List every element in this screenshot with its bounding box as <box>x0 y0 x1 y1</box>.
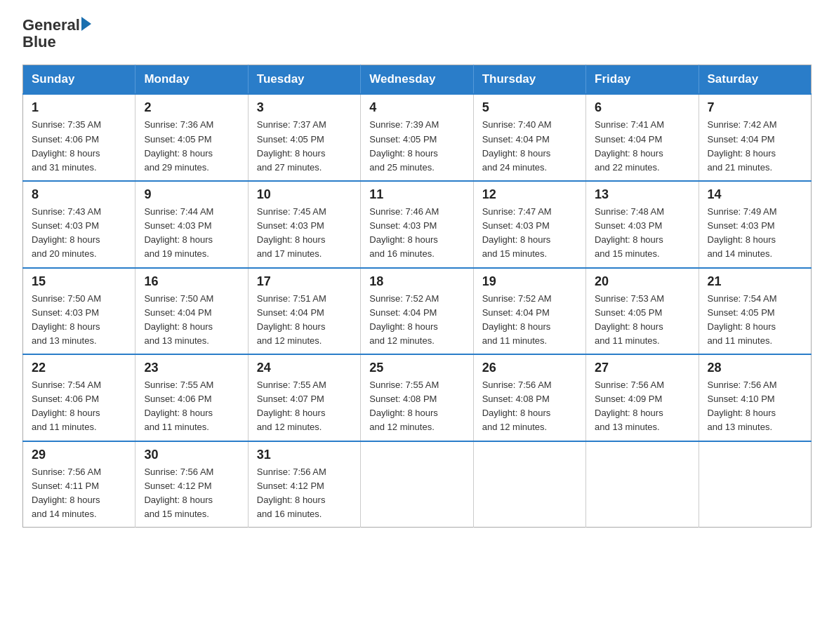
day-info: Sunrise: 7:43 AMSunset: 4:03 PMDaylight:… <box>32 205 126 262</box>
day-info: Sunrise: 7:55 AMSunset: 4:06 PMDaylight:… <box>144 378 239 435</box>
calendar-cell: 18Sunrise: 7:52 AMSunset: 4:04 PMDayligh… <box>361 268 473 355</box>
day-info: Sunrise: 7:48 AMSunset: 4:03 PMDaylight:… <box>595 205 689 262</box>
calendar-cell: 19Sunrise: 7:52 AMSunset: 4:04 PMDayligh… <box>473 268 585 355</box>
day-number: 11 <box>369 187 464 202</box>
calendar-cell: 11Sunrise: 7:46 AMSunset: 4:03 PMDayligh… <box>361 181 473 268</box>
day-info: Sunrise: 7:56 AMSunset: 4:12 PMDaylight:… <box>257 465 352 522</box>
day-info: Sunrise: 7:35 AMSunset: 4:06 PMDaylight:… <box>32 118 126 175</box>
day-number: 2 <box>144 100 239 115</box>
day-info: Sunrise: 7:44 AMSunset: 4:03 PMDaylight:… <box>144 205 239 262</box>
day-number: 30 <box>144 448 239 462</box>
day-number: 25 <box>369 361 464 375</box>
calendar-cell: 2Sunrise: 7:36 AMSunset: 4:05 PMDaylight… <box>135 94 248 181</box>
day-number: 12 <box>482 187 577 202</box>
day-number: 27 <box>595 361 689 375</box>
calendar-cell <box>361 441 473 528</box>
day-info: Sunrise: 7:45 AMSunset: 4:03 PMDaylight:… <box>257 205 352 262</box>
calendar-header-row: SundayMondayTuesdayWednesdayThursdayFrid… <box>23 65 812 95</box>
day-number: 31 <box>257 448 352 462</box>
page-header: General Blue <box>22 17 812 51</box>
calendar-cell: 27Sunrise: 7:56 AMSunset: 4:09 PMDayligh… <box>586 354 699 441</box>
calendar-cell: 5Sunrise: 7:40 AMSunset: 4:04 PMDaylight… <box>473 94 585 181</box>
day-number: 9 <box>144 187 239 202</box>
calendar-cell <box>699 441 811 528</box>
calendar-cell: 20Sunrise: 7:53 AMSunset: 4:05 PMDayligh… <box>586 268 699 355</box>
calendar-cell: 9Sunrise: 7:44 AMSunset: 4:03 PMDaylight… <box>135 181 248 268</box>
day-info: Sunrise: 7:42 AMSunset: 4:04 PMDaylight:… <box>708 118 802 175</box>
day-number: 13 <box>595 187 689 202</box>
day-number: 5 <box>482 100 577 115</box>
day-info: Sunrise: 7:39 AMSunset: 4:05 PMDaylight:… <box>369 118 464 175</box>
calendar-cell <box>586 441 699 528</box>
calendar-cell: 28Sunrise: 7:56 AMSunset: 4:10 PMDayligh… <box>699 354 811 441</box>
logo-blue-text: Blue <box>22 34 91 51</box>
day-info: Sunrise: 7:36 AMSunset: 4:05 PMDaylight:… <box>144 118 239 175</box>
day-number: 8 <box>32 187 126 202</box>
day-of-week-tuesday: Tuesday <box>248 65 360 95</box>
day-number: 26 <box>482 361 577 375</box>
day-info: Sunrise: 7:55 AMSunset: 4:08 PMDaylight:… <box>369 378 464 435</box>
day-info: Sunrise: 7:47 AMSunset: 4:03 PMDaylight:… <box>482 205 577 262</box>
calendar-table: SundayMondayTuesdayWednesdayThursdayFrid… <box>22 65 812 528</box>
day-info: Sunrise: 7:50 AMSunset: 4:04 PMDaylight:… <box>144 292 239 349</box>
day-of-week-sunday: Sunday <box>23 65 135 95</box>
day-info: Sunrise: 7:54 AMSunset: 4:06 PMDaylight:… <box>32 378 126 435</box>
calendar-cell: 31Sunrise: 7:56 AMSunset: 4:12 PMDayligh… <box>248 441 360 528</box>
calendar-week-5: 29Sunrise: 7:56 AMSunset: 4:11 PMDayligh… <box>23 441 812 528</box>
day-number: 21 <box>708 274 802 289</box>
calendar-cell: 30Sunrise: 7:56 AMSunset: 4:12 PMDayligh… <box>135 441 248 528</box>
calendar-cell: 22Sunrise: 7:54 AMSunset: 4:06 PMDayligh… <box>23 354 135 441</box>
day-number: 6 <box>595 100 689 115</box>
calendar-cell: 7Sunrise: 7:42 AMSunset: 4:04 PMDaylight… <box>699 94 811 181</box>
calendar-cell: 14Sunrise: 7:49 AMSunset: 4:03 PMDayligh… <box>699 181 811 268</box>
day-number: 3 <box>257 100 352 115</box>
day-number: 19 <box>482 274 577 289</box>
day-number: 22 <box>32 361 126 375</box>
calendar-cell: 12Sunrise: 7:47 AMSunset: 4:03 PMDayligh… <box>473 181 585 268</box>
calendar-cell: 17Sunrise: 7:51 AMSunset: 4:04 PMDayligh… <box>248 268 360 355</box>
day-info: Sunrise: 7:37 AMSunset: 4:05 PMDaylight:… <box>257 118 352 175</box>
calendar-cell: 24Sunrise: 7:55 AMSunset: 4:07 PMDayligh… <box>248 354 360 441</box>
day-of-week-thursday: Thursday <box>473 65 585 95</box>
calendar-cell: 21Sunrise: 7:54 AMSunset: 4:05 PMDayligh… <box>699 268 811 355</box>
day-info: Sunrise: 7:52 AMSunset: 4:04 PMDaylight:… <box>482 292 577 349</box>
day-info: Sunrise: 7:52 AMSunset: 4:04 PMDaylight:… <box>369 292 464 349</box>
day-number: 1 <box>32 100 126 115</box>
calendar-cell: 8Sunrise: 7:43 AMSunset: 4:03 PMDaylight… <box>23 181 135 268</box>
day-number: 10 <box>257 187 352 202</box>
logo-general-text: General <box>22 17 80 34</box>
day-number: 14 <box>708 187 802 202</box>
calendar-cell: 25Sunrise: 7:55 AMSunset: 4:08 PMDayligh… <box>361 354 473 441</box>
day-info: Sunrise: 7:56 AMSunset: 4:10 PMDaylight:… <box>708 378 802 435</box>
day-of-week-wednesday: Wednesday <box>361 65 473 95</box>
calendar-week-1: 1Sunrise: 7:35 AMSunset: 4:06 PMDaylight… <box>23 94 812 181</box>
day-number: 15 <box>32 274 126 289</box>
day-info: Sunrise: 7:41 AMSunset: 4:04 PMDaylight:… <box>595 118 689 175</box>
day-number: 28 <box>708 361 802 375</box>
calendar-cell: 3Sunrise: 7:37 AMSunset: 4:05 PMDaylight… <box>248 94 360 181</box>
day-info: Sunrise: 7:40 AMSunset: 4:04 PMDaylight:… <box>482 118 577 175</box>
logo: General Blue <box>22 17 91 51</box>
day-number: 17 <box>257 274 352 289</box>
calendar-week-3: 15Sunrise: 7:50 AMSunset: 4:03 PMDayligh… <box>23 268 812 355</box>
day-number: 24 <box>257 361 352 375</box>
day-number: 4 <box>369 100 464 115</box>
day-number: 7 <box>708 100 802 115</box>
day-number: 23 <box>144 361 239 375</box>
calendar-cell: 16Sunrise: 7:50 AMSunset: 4:04 PMDayligh… <box>135 268 248 355</box>
day-info: Sunrise: 7:53 AMSunset: 4:05 PMDaylight:… <box>595 292 689 349</box>
day-info: Sunrise: 7:50 AMSunset: 4:03 PMDaylight:… <box>32 292 126 349</box>
day-info: Sunrise: 7:56 AMSunset: 4:08 PMDaylight:… <box>482 378 577 435</box>
day-of-week-monday: Monday <box>135 65 248 95</box>
day-info: Sunrise: 7:49 AMSunset: 4:03 PMDaylight:… <box>708 205 802 262</box>
calendar-week-2: 8Sunrise: 7:43 AMSunset: 4:03 PMDaylight… <box>23 181 812 268</box>
calendar-week-4: 22Sunrise: 7:54 AMSunset: 4:06 PMDayligh… <box>23 354 812 441</box>
logo-arrow-icon <box>81 17 91 31</box>
calendar-cell: 15Sunrise: 7:50 AMSunset: 4:03 PMDayligh… <box>23 268 135 355</box>
day-info: Sunrise: 7:46 AMSunset: 4:03 PMDaylight:… <box>369 205 464 262</box>
calendar-cell: 29Sunrise: 7:56 AMSunset: 4:11 PMDayligh… <box>23 441 135 528</box>
calendar-cell: 6Sunrise: 7:41 AMSunset: 4:04 PMDaylight… <box>586 94 699 181</box>
calendar-cell <box>473 441 585 528</box>
day-info: Sunrise: 7:56 AMSunset: 4:11 PMDaylight:… <box>32 465 126 522</box>
day-info: Sunrise: 7:56 AMSunset: 4:12 PMDaylight:… <box>144 465 239 522</box>
